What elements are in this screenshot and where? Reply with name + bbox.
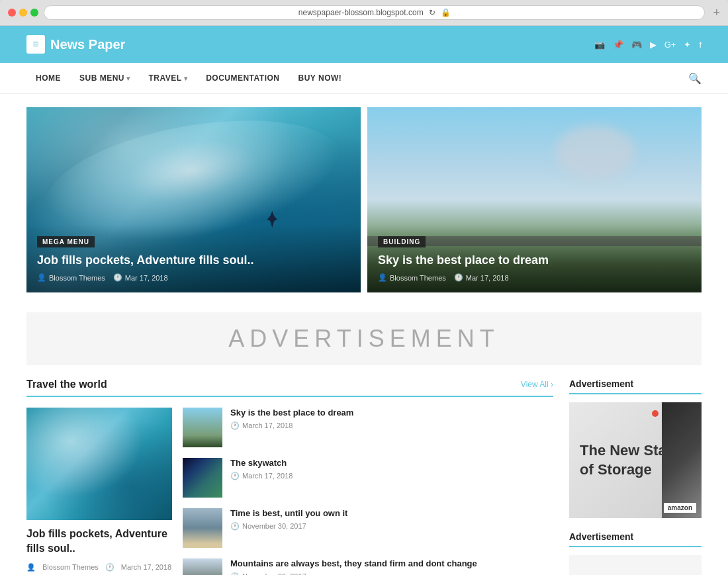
featured-image[interactable]: [26, 408, 172, 520]
article-thumb-4[interactable]: [183, 558, 222, 575]
hero-right-date-item: 🕐 Mar 17, 2018: [454, 273, 509, 282]
minimize-dot[interactable]: [19, 9, 27, 17]
sky-cloud-decoration: [555, 126, 635, 179]
site-nav: HOME SUB MENU ▾ TRAVEL ▾ DOCUMENTATION B…: [0, 63, 728, 94]
nav-menu: HOME SUB MENU ▾ TRAVEL ▾ DOCUMENTATION B…: [26, 63, 351, 93]
logo-text: News Paper: [50, 37, 125, 52]
social-icons: 📷 📌 🎮 ▶ G+ ✦ f: [594, 40, 702, 50]
travel-content: Job fills pockets, Adventure fills soul.…: [26, 408, 553, 575]
url-bar[interactable]: newspapaer-blossom.blogspot.com ↻ 🔒: [44, 5, 705, 20]
list-item: Mountains are always best, they stand fi…: [183, 558, 553, 575]
url-text: newspapaer-blossom.blogspot.com: [298, 8, 424, 17]
article-thumb-1[interactable]: [183, 408, 222, 447]
hero-left-author: Blossom Themes: [49, 274, 105, 282]
nav-submenu[interactable]: SUB MENU ▾: [70, 63, 140, 93]
article-date-1: 🕐 March 17, 2018: [230, 421, 353, 430]
article-info-2: The skywatch 🕐 March 17, 2018: [230, 458, 293, 480]
nav-buynow[interactable]: BUY NOW!: [289, 63, 351, 93]
maximize-dot[interactable]: [30, 9, 38, 17]
close-dot[interactable]: [8, 9, 16, 17]
article-title-3[interactable]: Time is best, until you own it: [230, 508, 347, 519]
featured-clock-icon: 🕐: [105, 563, 114, 572]
featured-content: Job fills pockets, Adventure fills soul.…: [26, 527, 172, 575]
hero-card-right[interactable]: BUILDING Sky is the best place to dream …: [367, 107, 702, 292]
hero-left-category[interactable]: MEGA MENU: [37, 236, 95, 247]
hero-right-author: Blossom Themes: [390, 274, 446, 282]
article-thumb-3[interactable]: [183, 508, 222, 548]
ad-banner-text: ADVERTISEMENT: [228, 325, 499, 353]
hero-left-date-item: 🕐 Mar 17, 2018: [113, 273, 168, 282]
browser-window: newspapaer-blossom.blogspot.com ↻ 🔒 + ≡ …: [0, 0, 728, 575]
logo-icon-symbol: ≡: [32, 38, 38, 50]
hero-right-category[interactable]: BUILDING: [378, 236, 426, 247]
hero-right-title: Sky is the best place to dream: [378, 253, 691, 268]
list-item: Time is best, until you own it 🕐 Novembe…: [183, 508, 553, 548]
hero-card-left[interactable]: MEGA MENU Job fills pockets, Adventure f…: [26, 107, 361, 292]
search-icon[interactable]: 🔍: [688, 72, 702, 85]
site-logo[interactable]: ≡ News Paper: [26, 35, 125, 54]
article-info-3: Time is best, until you own it 🕐 Novembe…: [230, 508, 347, 531]
browser-dots: [8, 9, 38, 17]
article-title-2[interactable]: The skywatch: [230, 458, 293, 469]
lock-icon: 🔒: [441, 8, 451, 17]
hero-section: MEGA MENU Job fills pockets, Adventure f…: [0, 94, 728, 306]
amazon-ad-background: The New State of Storage amazon: [569, 402, 702, 518]
game-icon[interactable]: 🎮: [631, 40, 642, 50]
reload-icon[interactable]: ↻: [429, 8, 435, 17]
section-title: Travel the world: [26, 378, 107, 390]
facebook-icon[interactable]: f: [699, 40, 702, 50]
sidebar-ad2-title: Advertisement: [569, 531, 702, 547]
nav-travel-label: TRAVEL: [149, 73, 182, 83]
hero-right-author-item: 👤 Blossom Themes: [378, 273, 446, 282]
featured-date: March 17, 2018: [121, 563, 171, 571]
view-all-link[interactable]: View All ›: [521, 380, 553, 389]
nav-documentation-label: DOCUMENTATION: [206, 73, 279, 83]
sidebar-ad-2[interactable]: ADVERT: [569, 555, 702, 575]
googleplus-icon[interactable]: G+: [664, 40, 676, 50]
sidebar-ad-section-1: Advertisement The New State of Storage a…: [569, 378, 702, 518]
nav-documentation[interactable]: DOCUMENTATION: [197, 63, 289, 93]
nav-home-label: HOME: [36, 73, 61, 83]
pinterest-icon[interactable]: 📌: [613, 40, 623, 50]
featured-post-column: Job fills pockets, Adventure fills soul.…: [26, 408, 172, 575]
browser-chrome: newspapaer-blossom.blogspot.com ↻ 🔒 +: [0, 0, 728, 26]
twitter-icon[interactable]: ✦: [684, 40, 691, 50]
clock-icon-2: 🕐: [230, 472, 240, 480]
article-thumb-2[interactable]: [183, 458, 222, 498]
sidebar-ad1-title: Advertisement: [569, 378, 702, 394]
list-item: Sky is the best place to dream 🕐 March 1…: [183, 408, 553, 447]
user-icon: 👤: [378, 273, 387, 282]
article-title-4[interactable]: Mountains are always best, they stand fi…: [230, 558, 477, 570]
page-content: ≡ News Paper 📷 📌 🎮 ▶ G+ ✦ f HOME: [0, 26, 728, 575]
nav-travel[interactable]: TRAVEL ▾: [140, 63, 197, 93]
clock-icon-1: 🕐: [230, 421, 240, 430]
clock-icon: 🕐: [113, 273, 122, 282]
article-info-4: Mountains are always best, they stand fi…: [230, 558, 477, 575]
sidebar: Advertisement The New State of Storage a…: [569, 378, 702, 575]
advertisement-banner: ADVERTISEMENT: [26, 312, 702, 365]
featured-title: Job fills pockets, Adventure fills soul.…: [26, 527, 172, 556]
hero-left-author-item: 👤 Blossom Themes: [37, 273, 105, 282]
sidebar-ad-1[interactable]: The New State of Storage amazon: [569, 402, 702, 518]
hero-left-overlay: MEGA MENU Job fills pockets, Adventure f…: [26, 224, 361, 292]
hero-right-date: Mar 17, 2018: [466, 274, 509, 282]
hero-left-meta: 👤 Blossom Themes 🕐 Mar 17, 2018: [37, 273, 350, 282]
site-header: ≡ News Paper 📷 📌 🎮 ▶ G+ ✦ f: [0, 26, 728, 63]
featured-author: Blossom Themes: [42, 563, 99, 571]
article-date-3: 🕐 November 30, 2017: [230, 522, 347, 531]
instagram-icon[interactable]: 📷: [594, 40, 605, 50]
nav-home[interactable]: HOME: [26, 63, 70, 93]
new-tab-button[interactable]: +: [713, 6, 720, 20]
clock-icon: 🕐: [454, 273, 463, 282]
youtube-icon[interactable]: ▶: [650, 40, 657, 50]
nav-buynow-label: BUY NOW!: [298, 73, 342, 83]
nav-submenu-label: SUB MENU: [79, 73, 124, 83]
amazon-dot-decoration: [652, 410, 659, 417]
sidebar-ad-section-2: Advertisement ADVERT: [569, 531, 702, 575]
article-info-1: Sky is the best place to dream 🕐 March 1…: [230, 408, 353, 430]
clock-icon-3: 🕐: [230, 522, 240, 531]
amazon-device-image: [662, 402, 702, 518]
logo-icon: ≡: [26, 35, 45, 54]
amazon-badge: amazon: [664, 503, 696, 513]
article-title-1[interactable]: Sky is the best place to dream: [230, 408, 353, 419]
